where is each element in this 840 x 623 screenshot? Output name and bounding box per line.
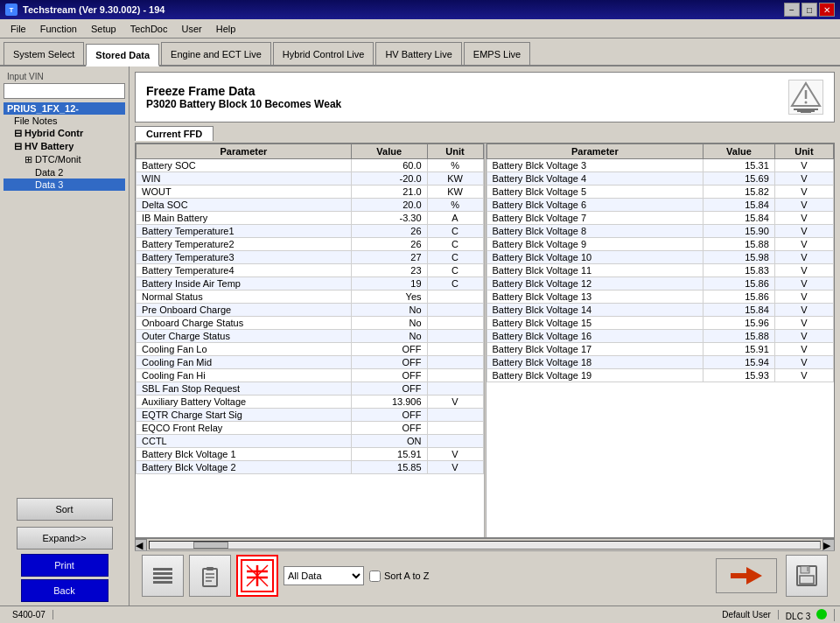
print-button[interactable]: Print bbox=[21, 554, 108, 577]
status-bar: S400-07 Default User DLC 3 bbox=[0, 606, 840, 623]
left-table-row: Battery Temperature1 26 C bbox=[136, 225, 484, 238]
left-value-cell: 20.0 bbox=[351, 199, 427, 212]
left-unit-cell: % bbox=[427, 199, 483, 212]
left-param-cell: Battery Blck Voltage 2 bbox=[136, 461, 352, 474]
left-value-cell: 21.0 bbox=[351, 186, 427, 199]
left-unit-cell bbox=[427, 356, 483, 369]
menu-setup[interactable]: Setup bbox=[84, 22, 123, 36]
menu-help[interactable]: Help bbox=[209, 22, 243, 36]
freeze-frame-subtitle: P3020 Battery Block 10 Becomes Weak bbox=[146, 98, 341, 110]
vin-input[interactable] bbox=[4, 83, 125, 99]
back-arrow-button[interactable] bbox=[716, 558, 777, 593]
left-table-row: SBL Fan Stop Request OFF bbox=[136, 382, 484, 396]
svg-point-2 bbox=[805, 102, 808, 104]
right-unit-cell: V bbox=[774, 251, 833, 264]
right-table-row: Battery Blck Voltage 17 15.91 V bbox=[486, 343, 834, 356]
right-unit-cell: V bbox=[774, 277, 833, 290]
sidebar-item-hybrid-control[interactable]: ⊟ Hybrid Contr bbox=[4, 127, 125, 140]
maximize-button[interactable]: □ bbox=[802, 3, 817, 17]
save-icon-button[interactable] bbox=[786, 555, 828, 597]
tab-hybrid-control-live[interactable]: Hybrid Control Live bbox=[273, 42, 374, 65]
right-param-cell: Battery Blck Voltage 7 bbox=[486, 212, 704, 225]
left-unit-cell: V bbox=[427, 448, 483, 461]
app-icon: T bbox=[5, 4, 18, 16]
menu-function[interactable]: Function bbox=[33, 22, 84, 36]
scroll-thumb[interactable] bbox=[193, 542, 228, 549]
svg-rect-26 bbox=[802, 578, 811, 582]
left-table-row: Normal Status Yes bbox=[136, 290, 484, 304]
back-button[interactable]: Back bbox=[21, 579, 108, 602]
left-value-cell: 26 bbox=[351, 238, 427, 251]
data-filter-dropdown[interactable]: All Data Current Data Previous Data bbox=[284, 566, 364, 585]
list-icon-button[interactable] bbox=[142, 555, 184, 597]
left-param-header: Parameter bbox=[136, 144, 352, 159]
left-table-row: Battery Inside Air Temp 19 C bbox=[136, 277, 484, 290]
action-icon-button[interactable] bbox=[236, 555, 278, 597]
right-param-cell: Battery Blck Voltage 17 bbox=[486, 343, 704, 356]
sort-button[interactable]: Sort bbox=[17, 498, 113, 521]
sort-az-checkbox[interactable] bbox=[369, 570, 381, 582]
sidebar-item-dtc[interactable]: ⊞ DTC/Monit bbox=[4, 153, 125, 166]
left-table-row: EQTR Charge Start Sig OFF bbox=[136, 409, 484, 422]
right-value-cell: 15.98 bbox=[704, 251, 775, 264]
right-table-row: Battery Blck Voltage 19 15.93 V bbox=[486, 369, 834, 382]
right-value-cell: 15.84 bbox=[704, 212, 775, 225]
expand-button[interactable]: Expand>> bbox=[17, 527, 113, 550]
left-unit-cell bbox=[427, 304, 483, 317]
left-table-row: Outer Charge Status No bbox=[136, 330, 484, 343]
dtc-expand-icon: ⊞ bbox=[24, 154, 35, 164]
svg-rect-6 bbox=[153, 568, 172, 570]
right-unit-cell: V bbox=[774, 199, 833, 212]
tab-system-select[interactable]: System Select bbox=[4, 42, 84, 65]
right-table-row: Battery Blck Voltage 14 15.84 V bbox=[486, 304, 834, 317]
minimize-button[interactable]: − bbox=[784, 3, 800, 17]
input-vin-label: Input VIN bbox=[4, 70, 125, 83]
menu-user[interactable]: User bbox=[174, 22, 208, 36]
content-area: Freeze Frame Data P3020 Battery Block 10… bbox=[130, 66, 840, 606]
scroll-left-btn[interactable]: ◀ bbox=[135, 539, 147, 551]
sidebar-item-hv-battery[interactable]: ⊟ HV Battery bbox=[4, 140, 125, 153]
clipboard-icon-button[interactable] bbox=[189, 555, 231, 597]
close-button[interactable]: ✕ bbox=[819, 3, 835, 17]
right-unit-cell: V bbox=[774, 159, 833, 172]
status-code: S400-07 bbox=[5, 610, 53, 620]
ffd-tab-current[interactable]: Current FFD bbox=[135, 126, 214, 141]
left-param-cell: Pre Onboard Charge bbox=[136, 304, 352, 317]
left-table-row: Battery Temperature4 23 C bbox=[136, 264, 484, 277]
right-table-row: Battery Blck Voltage 18 15.94 V bbox=[486, 356, 834, 369]
sidebar-item-vehicle[interactable]: PRIUS_1FX_12- bbox=[4, 102, 125, 115]
menu-file[interactable]: File bbox=[4, 22, 33, 36]
right-param-cell: Battery Blck Voltage 14 bbox=[486, 304, 704, 317]
right-table-row: Battery Blck Voltage 4 15.69 V bbox=[486, 172, 834, 186]
tab-stored-data[interactable]: Stored Data bbox=[86, 44, 159, 66]
ffd-tab-bar: Current FFD bbox=[135, 126, 835, 141]
sidebar-item-data3[interactable]: Data 3 bbox=[4, 178, 125, 191]
right-data-table: Parameter Value Unit Battery Blck Voltag… bbox=[486, 144, 835, 382]
right-table-row: Battery Blck Voltage 10 15.98 V bbox=[486, 251, 834, 264]
right-param-cell: Battery Blck Voltage 13 bbox=[486, 290, 704, 304]
sidebar-item-file-notes[interactable]: File Notes bbox=[4, 115, 125, 127]
left-param-cell: Battery Temperature2 bbox=[136, 238, 352, 251]
tab-hv-battery-live[interactable]: HV Battery Live bbox=[375, 42, 461, 65]
right-param-cell: Battery Blck Voltage 9 bbox=[486, 238, 704, 251]
left-table-row: IB Main Battery -3.30 A bbox=[136, 212, 484, 225]
freeze-frame-icon bbox=[788, 80, 823, 115]
right-unit-cell: V bbox=[774, 356, 833, 369]
left-value-cell: 15.85 bbox=[351, 461, 427, 474]
scroll-right-btn[interactable]: ▶ bbox=[822, 539, 835, 551]
right-value-cell: 15.84 bbox=[704, 199, 775, 212]
left-unit-cell: V bbox=[427, 396, 483, 409]
tab-emps-live[interactable]: EMPS Live bbox=[464, 42, 530, 65]
horizontal-scrollbar[interactable]: ◀ ▶ bbox=[135, 538, 835, 550]
left-table-row: Battery Blck Voltage 1 15.91 V bbox=[136, 448, 484, 461]
left-unit-cell bbox=[427, 409, 483, 422]
scroll-track[interactable] bbox=[149, 541, 821, 550]
left-param-cell: Battery Temperature4 bbox=[136, 264, 352, 277]
sidebar-item-data2[interactable]: Data 2 bbox=[4, 166, 125, 178]
tab-engine-ect-live[interactable]: Engine and ECT Live bbox=[161, 42, 271, 65]
menu-techdoc[interactable]: TechDoc bbox=[123, 22, 175, 36]
right-table-row: Battery Blck Voltage 7 15.84 V bbox=[486, 212, 834, 225]
left-table-row: Delta SOC 20.0 % bbox=[136, 199, 484, 212]
right-param-cell: Battery Blck Voltage 6 bbox=[486, 199, 704, 212]
right-param-cell: Battery Blck Voltage 19 bbox=[486, 369, 704, 382]
